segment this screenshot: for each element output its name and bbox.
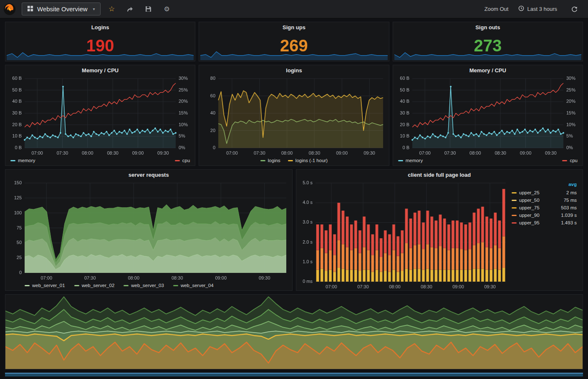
memory-cpu-legend: memorycpu (393, 157, 583, 165)
bottom-graph-chart[interactable] (5, 295, 583, 369)
legend-color-swatch (562, 160, 567, 161)
legend-item[interactable]: web_server_01 (25, 283, 65, 288)
legend-row[interactable]: upper_75503 ms (512, 204, 577, 211)
navbar-right: Zoom Out Last 3 hours (485, 3, 581, 15)
panel-server-requests: server requests web_server_01web_server_… (5, 169, 293, 291)
legend-item[interactable]: memory (398, 158, 423, 163)
legend-avg-value: 503 ms (561, 205, 577, 210)
legend-label: logins (-1 hour) (295, 158, 328, 163)
legend-avg-value: 1.039 s (561, 213, 577, 218)
legend-label: memory (18, 158, 35, 163)
memory-cpu-chart[interactable] (393, 74, 583, 157)
legend-color-swatch (512, 215, 517, 216)
dashboard-grid-icon (27, 5, 33, 13)
legend-color-swatch (512, 207, 517, 209)
panel-page-load: client side full page load avgupper_252 … (296, 169, 583, 291)
stat-value: 190 (5, 30, 195, 61)
legend-label: memory (406, 158, 423, 163)
star-icon[interactable]: ☆ (105, 3, 119, 15)
legend-label: upper_25 (519, 190, 540, 195)
legend-color-swatch (288, 160, 293, 161)
legend-color-swatch (175, 160, 180, 161)
page-load-chart[interactable] (296, 179, 511, 290)
legend-item[interactable]: web_server_02 (74, 283, 115, 288)
legend-color-swatch (398, 160, 403, 161)
time-range-label: Last 3 hours (527, 6, 557, 12)
legend-avg-header: avg (512, 181, 577, 189)
server-requests-legend: web_server_01web_server_02web_server_03w… (5, 282, 292, 290)
panel-title[interactable]: logins (199, 65, 389, 74)
legend-item[interactable]: cpu (562, 158, 578, 163)
legend-color-swatch (512, 222, 517, 224)
panel-signouts-stat: Sign outs 273 (393, 22, 583, 61)
legend-label: upper_95 (519, 220, 540, 225)
time-range-button[interactable]: Last 3 hours (518, 5, 557, 13)
legend-label: upper_90 (519, 213, 540, 218)
share-icon[interactable] (123, 3, 137, 15)
gear-icon[interactable]: ⚙ (160, 3, 174, 15)
logins-graph-chart[interactable] (199, 74, 389, 157)
legend-color-swatch (512, 200, 517, 201)
legend-item[interactable]: web_server_03 (124, 283, 164, 288)
legend-label: upper_50 (519, 198, 540, 203)
memory-cpu-chart[interactable] (5, 74, 195, 157)
legend-row[interactable]: upper_901.039 s (512, 211, 577, 219)
stat-value: 269 (199, 30, 389, 61)
legend-item[interactable]: memory (10, 158, 35, 163)
legend-color-swatch (512, 192, 517, 193)
legend-avg-value: 2 ms (566, 190, 577, 195)
panel-logins-graph: logins loginslogins (-1 hour) (199, 65, 389, 166)
refresh-button[interactable] (567, 3, 581, 15)
legend-label: web_server_01 (32, 283, 65, 288)
legend-label: cpu (570, 158, 578, 163)
legend-label: upper_75 (519, 205, 540, 210)
legend-color-swatch (173, 285, 178, 286)
legend-avg-value: 75 ms (564, 198, 577, 203)
panel-title[interactable]: server requests (5, 170, 292, 179)
legend-label: logins (268, 158, 280, 163)
legend-label: web_server_03 (131, 283, 164, 288)
legend-item[interactable]: cpu (175, 158, 190, 163)
panel-signups-stat: Sign ups 269 (199, 22, 389, 61)
legend-item[interactable]: logins (-1 hour) (288, 158, 328, 163)
server-requests-chart[interactable] (5, 179, 292, 282)
dashboard-title: Website Overview (37, 5, 88, 13)
legend-avg-value: 1.493 s (561, 220, 577, 225)
zoom-out-button[interactable]: Zoom Out (485, 6, 509, 12)
bottom-panel-peek (5, 373, 583, 376)
navbar-left: Website Overview ▾ ☆ ⚙ (3, 3, 174, 15)
grafana-logo[interactable] (3, 3, 16, 15)
panel-bottom-graph (5, 294, 583, 369)
memory-cpu-legend: memorycpu (5, 157, 195, 165)
legend-color-swatch (10, 160, 15, 161)
page-load-legend: avgupper_252 msupper_5075 msupper_75503 … (511, 179, 583, 290)
legend-color-swatch (124, 285, 129, 286)
legend-label: cpu (182, 158, 190, 163)
clock-icon (518, 5, 524, 13)
legend-color-swatch (74, 285, 79, 286)
dashboard-picker[interactable]: Website Overview ▾ (22, 3, 101, 15)
legend-item[interactable]: logins (260, 158, 280, 163)
stat-value: 273 (393, 30, 583, 61)
caret-down-icon: ▾ (93, 7, 95, 11)
panel-title[interactable]: Memory / CPU (5, 65, 195, 74)
save-icon[interactable] (141, 3, 156, 15)
legend-color-swatch (25, 285, 30, 286)
legend-row[interactable]: upper_5075 ms (512, 196, 577, 204)
navbar: Website Overview ▾ ☆ ⚙ Zoom Out Last 3 h… (0, 0, 588, 18)
legend-label: web_server_02 (82, 283, 115, 288)
panel-title[interactable]: Memory / CPU (393, 65, 583, 74)
legend-color-swatch (260, 160, 265, 161)
legend-row[interactable]: upper_951.493 s (512, 219, 577, 226)
panel-memory-cpu-2: Memory / CPU memorycpu (393, 65, 583, 166)
panel-memory-cpu-1: Memory / CPU memorycpu (5, 65, 195, 166)
dashboard-grid: Logins 190 Sign ups 269 Sign outs 273 Me… (0, 18, 588, 369)
panel-logins-stat: Logins 190 (5, 22, 195, 61)
panel-title[interactable]: client side full page load (296, 170, 583, 179)
legend-item[interactable]: web_server_04 (173, 283, 214, 288)
logins-graph-legend: loginslogins (-1 hour) (199, 157, 389, 165)
legend-row[interactable]: upper_252 ms (512, 189, 577, 196)
legend-label: web_server_04 (181, 283, 214, 288)
